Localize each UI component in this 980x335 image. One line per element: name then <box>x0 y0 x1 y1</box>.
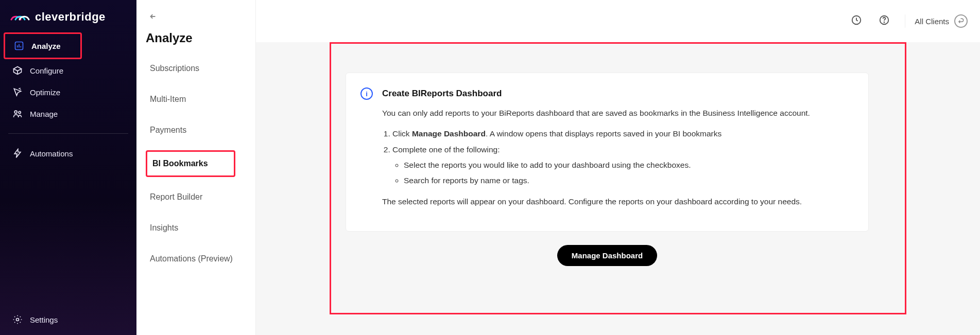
sub-item-report-builder[interactable]: Report Builder <box>146 186 250 208</box>
all-clients-label: All Clients <box>915 17 949 26</box>
info-title: Create BIReports Dashboard <box>382 86 810 101</box>
gear-icon <box>12 314 23 325</box>
nav-optimize-label: Optimize <box>30 88 60 97</box>
nav-settings[interactable]: Settings <box>5 309 131 330</box>
all-clients-button[interactable]: All Clients <box>905 14 968 28</box>
primary-sidebar: cleverbridge Analyze <box>0 0 136 335</box>
brand-text: cleverbridge <box>35 10 106 24</box>
nav-analyze-label: Analyze <box>31 42 61 50</box>
info-intro: You can only add reports to your BiRepor… <box>382 107 810 120</box>
brand-arcs-icon <box>10 9 31 22</box>
info-icon: i <box>360 87 373 100</box>
cube-icon <box>12 65 23 76</box>
nav-manage[interactable]: Manage <box>5 103 131 124</box>
nav-automations[interactable]: Automations <box>5 143 131 164</box>
sidebar-divider <box>8 133 128 134</box>
help-icon <box>879 14 890 28</box>
bolt-icon <box>12 148 23 158</box>
sub-item-multi-item[interactable]: Multi-Item <box>146 89 250 110</box>
bar-chart-icon <box>14 41 24 51</box>
history-button[interactable] <box>846 11 867 31</box>
info-steps: Click Manage Dashboard. A window opens t… <box>382 127 810 187</box>
sub-item-subscriptions[interactable]: Subscriptions <box>146 58 250 79</box>
info-sub-list: Select the reports you would like to add… <box>392 158 810 188</box>
secondary-sidebar: Analyze Subscriptions Multi-Item Payment… <box>136 0 256 335</box>
undo-circle-icon <box>954 14 968 28</box>
nav-automations-label: Automations <box>30 149 73 158</box>
nav-optimize[interactable]: Optimize <box>5 82 131 102</box>
primary-nav-group-3: Settings <box>5 309 131 330</box>
info-step-1: Click Manage Dashboard. A window opens t… <box>392 127 810 140</box>
secondary-nav-list: Subscriptions Multi-Item Payments BI Boo… <box>146 58 250 270</box>
info-step-1-prefix: Click <box>392 129 412 138</box>
info-step-2-text: Complete one of the following: <box>392 145 500 154</box>
info-sub-b: Search for reports by name or tags. <box>404 174 810 187</box>
nav-configure[interactable]: Configure <box>5 60 131 81</box>
nav-manage-label: Manage <box>30 110 58 118</box>
manage-dashboard-button[interactable]: Manage Dashboard <box>557 245 657 266</box>
nav-configure-label: Configure <box>30 66 63 75</box>
sub-item-bi-bookmarks[interactable]: BI Bookmarks <box>148 153 212 174</box>
sub-item-insights[interactable]: Insights <box>146 217 250 239</box>
highlight-content-frame: i Create BIReports Dashboard You can onl… <box>330 42 906 314</box>
info-card: i Create BIReports Dashboard You can onl… <box>346 73 869 232</box>
content-area: i Create BIReports Dashboard You can onl… <box>256 42 980 335</box>
main-content: All Clients i Create BIReports Dashboard… <box>256 0 980 335</box>
back-button[interactable] <box>146 9 160 24</box>
svg-point-3 <box>16 319 19 321</box>
topbar: All Clients <box>256 0 980 42</box>
primary-nav-group-2: Automations <box>5 143 131 164</box>
nav-settings-label: Settings <box>30 315 58 324</box>
brand-logo: cleverbridge <box>5 10 131 34</box>
svg-point-2 <box>19 111 21 113</box>
sub-item-automations-preview[interactable]: Automations (Preview) <box>146 248 250 270</box>
info-sub-a: Select the reports you would like to add… <box>404 158 810 172</box>
spark-cursor-icon <box>12 87 23 97</box>
info-outro: The selected reports will appear on your… <box>382 195 810 208</box>
info-body: Create BIReports Dashboard You can only … <box>382 86 810 216</box>
secondary-title: Analyze <box>146 31 250 45</box>
info-step-1-bold: Manage Dashboard <box>412 129 486 138</box>
sub-item-payments[interactable]: Payments <box>146 119 250 141</box>
info-step-1-suffix: . A window opens that displays reports s… <box>486 129 721 138</box>
svg-point-6 <box>884 22 885 23</box>
highlight-bi-bookmarks: BI Bookmarks <box>146 150 235 177</box>
nav-analyze[interactable]: Analyze <box>7 36 79 56</box>
svg-point-1 <box>14 111 17 113</box>
history-icon <box>851 14 862 28</box>
highlight-analyze: Analyze <box>4 32 82 59</box>
info-step-2: Complete one of the following: Select th… <box>392 143 810 188</box>
help-button[interactable] <box>874 11 895 31</box>
people-icon <box>12 109 23 119</box>
primary-nav-group: Analyze Configure Optimize <box>5 34 131 124</box>
